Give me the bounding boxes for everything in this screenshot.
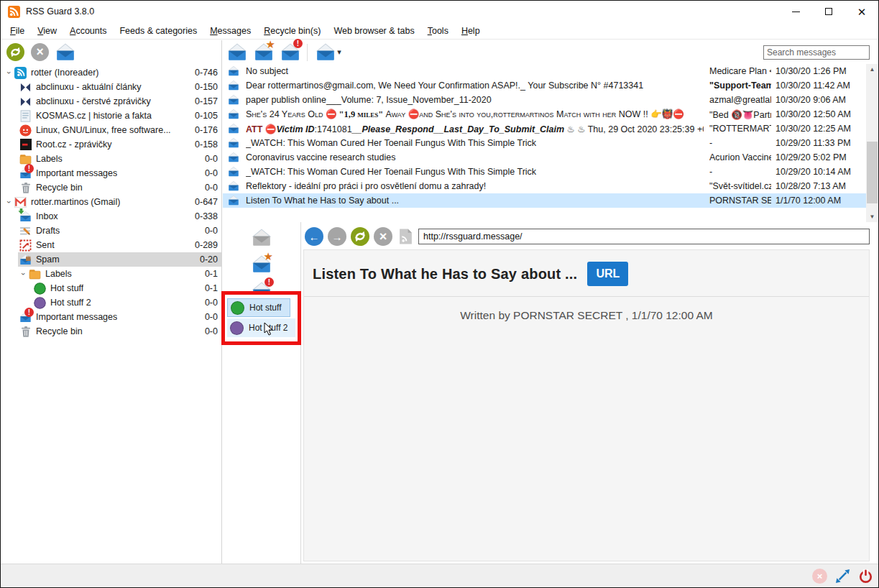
exclaim-badge-icon: ! xyxy=(264,277,274,287)
message-row[interactable]: ATT ⛔Victim ID:1741081__Please_Respond__… xyxy=(223,121,866,136)
menu-item-messages[interactable]: Messages xyxy=(203,24,257,38)
close-icon[interactable]: ✕ xyxy=(845,1,878,22)
feed-item-spam[interactable]: Spam0-20 xyxy=(1,252,221,267)
menu-item-accounts[interactable]: Accounts xyxy=(63,24,113,38)
unread-total-count: 0-1 xyxy=(199,269,218,279)
message-row[interactable]: _WATCH: This Woman Cured Her Toenail Fun… xyxy=(223,165,866,179)
gmail-icon xyxy=(14,196,27,208)
feed-item-inbox[interactable]: Inbox0-338 xyxy=(1,209,221,224)
rss-doc-icon[interactable] xyxy=(397,228,414,245)
unread-total-count: 0-289 xyxy=(189,240,218,250)
exclaim-badge-icon: ! xyxy=(24,164,34,173)
fullscreen-icon[interactable] xyxy=(835,569,850,584)
message-row[interactable]: _WATCH: This Woman Cured Her Toenail Fun… xyxy=(223,136,866,150)
feed-item-hot-stuff[interactable]: Hot stuff0-1 xyxy=(1,281,221,295)
feed-item-rotter-inoreader-[interactable]: ›rotter (Inoreader)0-746 xyxy=(1,65,221,80)
feed-item-sent[interactable]: Sent0-289 xyxy=(1,238,221,252)
back-icon[interactable]: ← xyxy=(305,227,323,246)
scroll-up-icon[interactable]: ▲ xyxy=(866,64,878,75)
message-date: 10/29/20 10:14 AM xyxy=(771,167,866,177)
feed-item-labels[interactable]: ›Labels0-1 xyxy=(1,267,221,281)
feed-item-linux-gnu-linux-free-software-[interactable]: Linux, GNU/Linux, free software...0-176 xyxy=(1,123,221,137)
chevron-down-icon: ▾ xyxy=(337,47,341,57)
label-text: Hot stuff xyxy=(249,303,281,313)
label-item-hot-stuff-2[interactable]: Hot stuff 2 xyxy=(227,318,295,337)
dot-green-icon xyxy=(34,282,46,295)
refresh-icon[interactable] xyxy=(6,43,24,61)
message-date: 10/30/20 12:50 AM xyxy=(771,109,866,119)
mail-open-icon xyxy=(228,123,239,134)
drafts-icon xyxy=(19,225,32,237)
mail-dropdown-icon[interactable]: ▾ xyxy=(314,42,343,63)
feed-label: Labels xyxy=(45,269,72,279)
mail-open-icon xyxy=(228,137,239,149)
message-row[interactable]: She's 24 Years Old ⛔ "1,9 miles" Away ⛔a… xyxy=(223,107,866,121)
scrollbar-thumb[interactable] xyxy=(867,142,878,203)
maximize-icon[interactable] xyxy=(812,1,845,22)
feed-item-root-cz-zpr-vi-ky[interactable]: Root.cz - zprávičky0-158 xyxy=(1,137,221,152)
label-item-hot-stuff[interactable]: Hot stuff xyxy=(227,298,290,317)
feed-item-recycle-bin[interactable]: Recycle bin0-0 xyxy=(1,180,221,195)
mail-open-icon[interactable] xyxy=(227,42,247,63)
feed-item-important-messages[interactable]: !Important messages0-0 xyxy=(1,166,221,180)
message-list-scrollbar[interactable]: ▲ ▼ xyxy=(866,64,878,222)
dot-purple-icon xyxy=(34,297,46,309)
message-sender: - xyxy=(709,167,771,177)
forward-icon[interactable]: → xyxy=(328,227,346,246)
mail-open-gray-icon[interactable] xyxy=(252,228,272,248)
labels-popup-annotated: Hot stuffHot stuff 2 xyxy=(221,291,301,345)
unread-total-count: 0-176 xyxy=(189,125,218,135)
message-row[interactable]: Listen To What he Has to Say about ...PO… xyxy=(223,193,866,208)
expand-chevron-icon[interactable]: › xyxy=(19,269,28,280)
folder-icon xyxy=(19,153,32,165)
message-sender: - xyxy=(709,138,771,148)
feed-label: Root.cz - zprávičky xyxy=(36,139,112,150)
message-sender: "ROTTERMARTIN... xyxy=(709,124,771,134)
menu-item-view[interactable]: View xyxy=(31,24,63,38)
close-faded-icon[interactable]: × xyxy=(812,569,827,584)
menu-item-file[interactable]: File xyxy=(4,24,31,38)
message-row[interactable]: Reflektory - ideální pro práci i pro osv… xyxy=(223,179,866,193)
feed-item-labels[interactable]: Labels0-0 xyxy=(1,152,221,166)
feed-item-recycle-bin[interactable]: Recycle bin0-0 xyxy=(1,324,221,339)
stop-icon[interactable]: × xyxy=(374,227,392,246)
mail-exclaim-icon[interactable]: ! xyxy=(280,42,300,63)
feed-item-abclinuxu-erstv-zpr-vi-ky[interactable]: abclinuxu - čerstvé zprávičky0-157 xyxy=(1,94,221,109)
expand-chevron-icon[interactable]: › xyxy=(5,68,14,78)
url-input[interactable] xyxy=(418,229,870,244)
menu-item-tools[interactable]: Tools xyxy=(421,24,455,38)
menu-item-web-browser-tabs[interactable]: Web browser & tabs xyxy=(327,24,420,38)
refresh-icon[interactable] xyxy=(351,227,369,246)
label-color-icon xyxy=(231,301,244,315)
menu-item-help[interactable]: Help xyxy=(455,24,487,38)
mail-open-icon[interactable] xyxy=(55,42,75,63)
message-byline: Written by PORNSTAR SECRET , 1/1/70 12:0… xyxy=(304,297,869,322)
message-row[interactable]: No subjectMedicare Plan <e...10/30/20 1:… xyxy=(223,64,866,78)
rootcz-icon xyxy=(19,139,32,151)
message-row[interactable]: Coronavirus vaccine research studiesAcur… xyxy=(223,150,866,165)
feed-label: Important messages xyxy=(36,168,117,178)
preview-column: ←→× Listen To What he Has to Say about .… xyxy=(302,222,878,564)
expand-chevron-icon[interactable]: › xyxy=(5,197,14,208)
feed-item-abclinuxu-aktu-ln-l-nky[interactable]: abclinuxu - aktuální články0-150 xyxy=(1,80,221,94)
url-button[interactable]: URL xyxy=(587,262,628,286)
feed-item-drafts[interactable]: Drafts0-0 xyxy=(1,224,221,238)
feed-item-important-messages[interactable]: !Important messages0-0 xyxy=(1,310,221,324)
search-input[interactable] xyxy=(763,45,870,60)
feed-item-rotter-martinos-gmail-[interactable]: ›rotter.martinos (Gmail)0-647 xyxy=(1,195,221,209)
mail-star-icon[interactable]: ★ xyxy=(252,254,272,275)
message-row[interactable]: paper publish online___Volume: 7, Issue_… xyxy=(223,93,866,107)
power-icon[interactable] xyxy=(858,569,873,584)
feed-item-hot-stuff-2[interactable]: Hot stuff 20-0 xyxy=(1,295,221,310)
feed-item-kosmas-cz-historie-a-fakta[interactable]: KOSMAS.cz | historie a fakta0-105 xyxy=(1,109,221,123)
menu-item-recycle-bin-s-[interactable]: Recycle bin(s) xyxy=(257,24,327,38)
minimize-icon[interactable] xyxy=(779,1,812,22)
trash-icon xyxy=(19,326,32,338)
scroll-down-icon[interactable]: ▼ xyxy=(866,211,878,222)
exclaim-badge-icon: ! xyxy=(24,308,34,317)
stop-icon[interactable]: × xyxy=(31,43,49,61)
menu-item-feeds-categories[interactable]: Feeds & categories xyxy=(113,24,203,38)
message-row[interactable]: Dear rottermartinos@gmail.com, We Need Y… xyxy=(223,78,866,93)
unread-total-count: 0-0 xyxy=(199,326,218,336)
mail-star-icon[interactable]: ★ xyxy=(254,42,274,63)
